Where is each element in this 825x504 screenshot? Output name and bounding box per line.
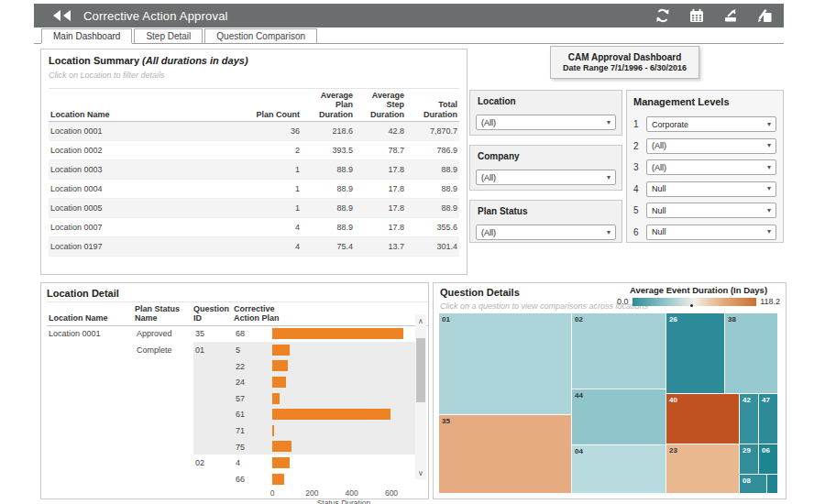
company-filter-dropdown[interactable]: (All) ▾	[476, 170, 616, 185]
management-level-dropdown[interactable]: (All)▾	[646, 138, 776, 154]
treemap-tile[interactable]: 26	[666, 313, 724, 393]
column-header: Corrective Action Plan	[234, 304, 415, 323]
legend-min-label: 0.0	[617, 297, 629, 306]
table-row[interactable]: 57	[47, 390, 428, 407]
table-row[interactable]: Location 000136218.642.87,870.7	[49, 122, 459, 141]
cell: 88.9	[406, 184, 459, 193]
x-axis-tick-label: 600	[385, 488, 398, 498]
cap-cell: 75	[234, 443, 272, 452]
duration-bar[interactable]	[272, 393, 280, 404]
table-row[interactable]: Location 0001Approved3568	[47, 326, 428, 343]
company-filter-label: Company	[470, 146, 622, 161]
tab-step-detail[interactable]: Step Detail	[134, 28, 203, 43]
cell: 42.8	[355, 126, 406, 136]
duration-bar[interactable]	[272, 409, 390, 420]
table-row[interactable]: 24	[47, 374, 428, 390]
treemap-tile[interactable]: 38	[725, 313, 777, 393]
dropdown-value: (All)	[652, 141, 666, 150]
row-values: 22	[193, 358, 415, 375]
table-row[interactable]: Location 0007488.917.8355.6	[49, 218, 459, 237]
management-level-dropdown[interactable]: (All)▾	[646, 159, 776, 175]
x-axis-tick-label: 200	[305, 488, 318, 498]
edit-icon[interactable]	[756, 7, 773, 24]
share-export-icon[interactable]	[722, 7, 739, 24]
management-level-dropdown[interactable]: Null▾	[646, 203, 776, 218]
level-number: 1	[633, 119, 646, 129]
treemap-tile[interactable]: 01	[439, 313, 571, 414]
rewind-icon[interactable]	[52, 9, 72, 22]
treemap-tile[interactable]: 35	[439, 415, 571, 493]
column-header: Plan Count	[241, 110, 302, 119]
tab-question-comparison[interactable]: Question Comparison	[204, 28, 317, 43]
treemap-tile[interactable]: 29	[740, 444, 758, 474]
management-level-dropdown[interactable]: Null▾	[646, 225, 776, 240]
location-name-cell: Location 0002	[49, 146, 241, 155]
location-name-cell: Location 0001	[47, 329, 135, 338]
management-level-dropdown[interactable]: Null▾	[646, 181, 776, 197]
cap-cell: 5	[234, 345, 272, 355]
cam-approval-box: CAM Approval Dashboard Date Range 7/1/19…	[550, 46, 699, 79]
location-summary-header: Location NamePlan CountAverage Plan Dura…	[49, 88, 459, 122]
table-row[interactable]: 66	[47, 471, 428, 488]
treemap-tile[interactable]: 08	[740, 475, 766, 493]
dropdown-value: Null	[652, 206, 666, 215]
cell: 1	[241, 203, 302, 213]
table-row[interactable]: Location 0003188.917.888.9	[49, 160, 459, 180]
vertical-scrollbar[interactable]: ∧ ∨	[415, 314, 426, 479]
duration-bar[interactable]	[272, 441, 292, 452]
location-name-cell: Location 0003	[49, 165, 241, 174]
duration-bar[interactable]	[272, 474, 284, 485]
x-axis-tick-area: 0200400600	[272, 488, 415, 499]
location-summary-table: Location NamePlan CountAverage Plan Dura…	[49, 88, 459, 257]
tab-main-dashboard[interactable]: Main Dashboard	[41, 28, 132, 43]
duration-bar[interactable]	[272, 328, 403, 339]
caret-down-icon: ▾	[767, 185, 771, 192]
dropdown-value: Null	[652, 227, 666, 236]
duration-bar[interactable]	[272, 345, 290, 356]
treemap-tile[interactable]: 04	[572, 445, 666, 493]
table-row[interactable]: 75	[47, 439, 428, 455]
treemap-tile[interactable]: 06	[759, 444, 777, 474]
duration-bar[interactable]	[272, 457, 290, 468]
table-row[interactable]: 22	[47, 358, 428, 375]
treemap-tile[interactable]: 42	[740, 394, 758, 444]
treemap-tile[interactable]	[767, 475, 777, 493]
table-row[interactable]: 61	[47, 407, 428, 423]
management-level-row: 4Null▾	[633, 179, 776, 201]
table-row[interactable]: Location 00022393.578.7786.9	[49, 141, 459, 160]
dropdown-value: (All)	[652, 163, 666, 172]
duration-bar[interactable]	[272, 360, 288, 371]
cell: 88.9	[406, 203, 459, 213]
cell: 17.8	[355, 165, 406, 174]
treemap-tile[interactable]: 47	[759, 394, 777, 444]
color-legend: Average Event Duration (In Days) 0.0 118…	[617, 285, 780, 306]
scroll-down-button[interactable]: ∨	[415, 466, 426, 479]
table-row[interactable]: Location 0197475.413.7301.4	[49, 237, 459, 257]
treemap-tile[interactable]: 23	[666, 444, 739, 493]
duration-bar[interactable]	[272, 377, 286, 388]
refresh-icon[interactable]	[654, 7, 671, 24]
plan-status-filter-dropdown[interactable]: (All) ▾	[476, 225, 616, 240]
treemap-tile[interactable]: 02	[572, 313, 666, 389]
table-row[interactable]: Complete015	[47, 342, 428, 358]
treemap-tile[interactable]: 44	[572, 389, 666, 444]
management-level-dropdown[interactable]: Corporate▾	[646, 116, 776, 132]
column-header: Question ID	[193, 304, 234, 323]
question-treemap: 0135024404263840424723290608	[439, 313, 779, 495]
management-levels-rows: 1Corporate▾2(All)▾3(All)▾4Null▾5Null▾6Nu…	[633, 114, 776, 243]
scroll-up-button[interactable]: ∧	[415, 314, 426, 327]
row-labels	[47, 471, 193, 488]
table-row[interactable]: Location 0005188.917.888.9	[49, 199, 459, 218]
duration-bar[interactable]	[272, 425, 274, 436]
location-detail-header: Location NamePlan Status NameQuestion ID…	[47, 301, 428, 326]
question-id-cell: 01	[193, 345, 234, 355]
treemap-tile[interactable]: 40	[666, 394, 739, 444]
table-row[interactable]: Location 0004188.917.888.9	[49, 180, 459, 199]
question-id-cell: 02	[193, 458, 234, 467]
scrollbar-thumb[interactable]	[416, 338, 425, 402]
location-filter-dropdown[interactable]: (All) ▾	[476, 115, 616, 130]
table-row[interactable]: 71	[47, 422, 428, 439]
x-axis-tick-label: 0	[270, 488, 275, 498]
table-row[interactable]: 024	[47, 455, 428, 471]
calendar-icon[interactable]	[688, 7, 705, 24]
